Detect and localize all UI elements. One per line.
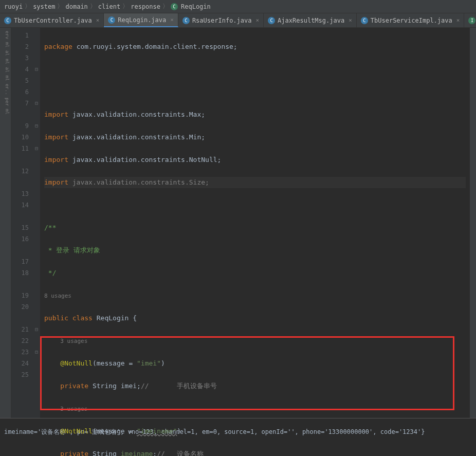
breadcrumb-item[interactable]: domain bbox=[65, 3, 87, 10]
interface-icon: I bbox=[468, 17, 475, 24]
code-area[interactable]: package com.ruoyi.system.domain.client.r… bbox=[40, 28, 470, 418]
highlight-box bbox=[40, 336, 454, 410]
editor-tabs: C TbUserController.java × C ReqLogin.jav… bbox=[0, 13, 476, 28]
chevron-right-icon: 〉 bbox=[90, 2, 96, 11]
fold-gutter[interactable]: ⊟ ⊟ ⊟ ⊟ ⊟ ⊟ bbox=[33, 28, 40, 418]
code-editor[interactable]: 1234567 91011 12 1314 1516 1718 1920 212… bbox=[11, 28, 476, 418]
tab-label: AjaxResultMsg.java bbox=[278, 17, 344, 24]
tab-rsauserinfo[interactable]: C RsaUserInfo.java × bbox=[178, 13, 264, 27]
tool-window-bar[interactable]: erv ml al ml al ml er.. per ml bbox=[0, 28, 11, 418]
breadcrumb-item[interactable]: response bbox=[131, 3, 160, 10]
tab-label: RsaUserInfo.java bbox=[192, 17, 252, 24]
tab-label: TbUserController.java bbox=[14, 17, 92, 24]
class-icon: C bbox=[108, 16, 115, 24]
class-icon: C bbox=[268, 17, 275, 24]
breadcrumb-item[interactable]: system bbox=[33, 3, 55, 10]
chevron-right-icon: 〉 bbox=[162, 2, 169, 11]
class-icon: C bbox=[361, 17, 368, 24]
tab-label: ReqLogin.java bbox=[118, 16, 166, 24]
tab-label: TbUserServiceImpl.java bbox=[371, 17, 452, 24]
close-icon[interactable]: × bbox=[96, 17, 100, 24]
breadcrumb-item[interactable]: ruoyi bbox=[4, 3, 23, 10]
line-gutter: 1234567 91011 12 1314 1516 1718 1920 212… bbox=[11, 28, 33, 418]
close-icon[interactable]: × bbox=[349, 17, 352, 24]
chevron-right-icon: 〉 bbox=[25, 2, 31, 11]
tab-tbusercontroller[interactable]: C TbUserController.java × bbox=[0, 13, 104, 27]
class-icon: C bbox=[171, 3, 178, 10]
class-icon: C bbox=[182, 17, 190, 24]
close-icon[interactable]: × bbox=[456, 17, 460, 24]
scrollbar[interactable] bbox=[470, 28, 476, 418]
tab-reqlogin[interactable]: C ReqLogin.java × bbox=[104, 13, 178, 27]
tab-ajaxresultmsg[interactable]: C AjaxResultMsg.java × bbox=[264, 13, 357, 27]
close-icon[interactable]: × bbox=[255, 17, 259, 24]
breadcrumb-item[interactable]: client bbox=[98, 3, 120, 10]
tab-tbuserserviceimpl[interactable]: C TbUserServiceImpl.java × bbox=[357, 13, 465, 27]
close-icon[interactable]: × bbox=[170, 16, 174, 23]
chevron-right-icon: 〉 bbox=[122, 2, 129, 11]
chevron-right-icon: 〉 bbox=[57, 2, 63, 11]
breadcrumb: ruoyi 〉 system 〉 domain 〉 client 〉 respo… bbox=[0, 0, 476, 13]
breadcrumb-item[interactable]: ReqLogin bbox=[181, 3, 211, 10]
class-icon: C bbox=[4, 17, 11, 24]
tab-tbusermapper[interactable]: I TbUserMappe bbox=[464, 13, 476, 27]
